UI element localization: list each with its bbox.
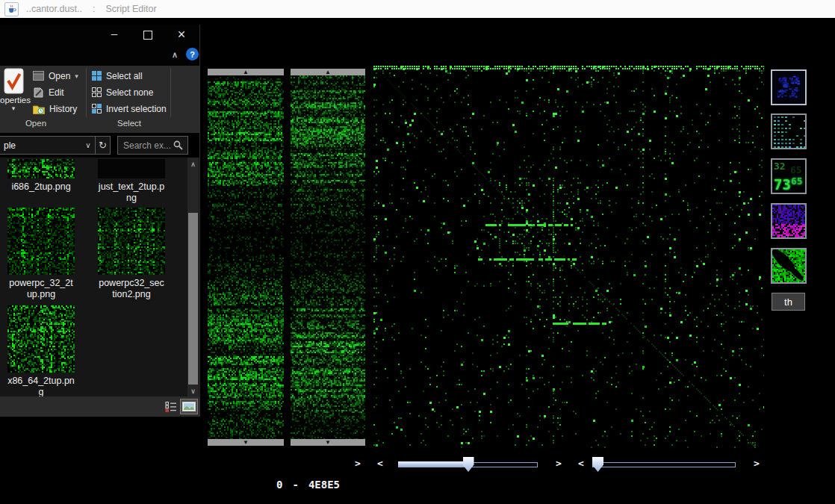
details-view-button[interactable] <box>164 399 179 414</box>
refresh-icon: ↻ <box>99 140 107 151</box>
strip1-canvas[interactable] <box>208 75 284 439</box>
address-bar[interactable]: ple ∨ ↻ <box>0 136 111 155</box>
select-none-label: Select none <box>106 87 153 98</box>
strip1-scroll-down-button[interactable]: ▼ <box>208 439 284 446</box>
slider-fill <box>398 461 468 467</box>
strip2-canvas[interactable] <box>291 75 365 439</box>
invert-selection-button[interactable]: Invert selection <box>92 102 167 115</box>
refresh-button[interactable]: ↻ <box>95 137 110 154</box>
view-button-hexdigits[interactable] <box>771 158 807 194</box>
file-item-just-text[interactable]: just_text_2tup.png <box>98 159 165 204</box>
details-view-icon <box>165 401 177 412</box>
minimize-button[interactable]: – <box>105 25 124 45</box>
select-none-button[interactable]: Select none <box>92 86 153 99</box>
properties-label: operties <box>0 96 27 105</box>
arrow-left-icon: < <box>578 458 584 469</box>
open-caret-icon: ▾ <box>75 72 78 80</box>
view-button-dotplot[interactable] <box>771 113 807 149</box>
close-button[interactable]: × <box>172 25 191 45</box>
search-icon <box>173 140 183 150</box>
strip2-scroll-up-button[interactable]: ▲ <box>291 69 365 75</box>
strip2-scroll-down-button[interactable]: ▼ <box>291 439 365 446</box>
address-dropdown-button[interactable]: ∨ <box>81 141 95 149</box>
offset-range-readout: 0-4E8E5 <box>276 479 340 491</box>
step-right-button-1[interactable]: > <box>352 458 364 471</box>
open-group-label: Open <box>6 119 66 131</box>
help-icon: ? <box>190 50 195 59</box>
address-row: ple ∨ ↻ Search ex... <box>0 133 199 158</box>
offset-slider-2[interactable] <box>592 456 736 473</box>
digraph-visualization[interactable] <box>373 66 764 448</box>
step-right-button-3[interactable]: > <box>751 458 763 471</box>
slider-track[interactable] <box>592 462 736 467</box>
file-thumbnail <box>7 159 75 178</box>
file-name: x86_64_2tup.png <box>7 376 75 396</box>
edit-button[interactable]: Edit <box>33 86 64 99</box>
file-name: powerpc_32_2tup.png <box>7 278 75 300</box>
explorer-statusbar <box>0 396 199 417</box>
file-item-powerpc32[interactable]: powerpc_32_2tup.png <box>7 208 75 300</box>
strip1-scroll-up-button[interactable]: ▲ <box>208 69 284 75</box>
select-all-button[interactable]: Select all <box>92 69 143 82</box>
view-button-curve[interactable] <box>771 248 807 284</box>
file-list-scrollbar[interactable]: ∧ ∨ <box>187 158 199 396</box>
scroll-down-icon[interactable]: ∨ <box>187 386 199 396</box>
view-button-structure[interactable] <box>771 69 807 105</box>
file-item-x86-64[interactable]: x86_64_2tup.png <box>7 305 75 396</box>
file-item-i686[interactable]: i686_2tup.png <box>7 159 75 193</box>
scroll-up-icon[interactable]: ∧ <box>187 159 199 169</box>
properties-button[interactable]: operties ▾ <box>0 68 27 112</box>
triangle-down-icon: ▼ <box>243 439 249 446</box>
slider-thumb[interactable] <box>592 457 603 472</box>
file-item-powerpc32-section2[interactable]: powerpc32_section2.png <box>98 208 165 300</box>
arrow-right-icon: > <box>556 458 562 469</box>
offset-start: 0 <box>276 479 282 491</box>
ribbon-help-row: ∧ ? <box>0 45 199 66</box>
structure-view-thumb <box>772 71 805 104</box>
open-label: Open <box>49 71 70 81</box>
address-value: ple <box>4 140 81 151</box>
triangle-up-icon: ▲ <box>243 69 249 75</box>
step-left-button-1[interactable]: < <box>374 458 386 471</box>
step-left-button-2[interactable]: < <box>575 458 587 471</box>
scrollbar-thumb[interactable] <box>188 213 198 385</box>
step-right-button-2[interactable]: > <box>553 458 565 471</box>
select-group-label: Select <box>92 119 167 131</box>
app-titlebar: ..cantor.dust.. : Script Editor <box>0 0 835 18</box>
invert-selection-label: Invert selection <box>106 104 167 114</box>
th-button[interactable]: th <box>772 293 805 311</box>
title-separator: : <box>93 4 95 14</box>
view-button-class[interactable] <box>771 203 807 239</box>
open-button[interactable]: Open ▾ <box>33 69 78 82</box>
file-thumbnail <box>98 159 165 178</box>
app-name: ..cantor.dust.. <box>26 4 82 14</box>
triangle-up-icon: ▲ <box>325 69 331 75</box>
slider-thumb[interactable] <box>463 457 474 472</box>
file-thumbnail <box>7 208 75 275</box>
maximize-button[interactable] <box>138 25 158 45</box>
history-button[interactable]: History <box>33 102 77 115</box>
file-name: i686_2tup.png <box>7 181 75 193</box>
byte-strip-view-2[interactable]: ▲ ▼ <box>291 69 365 446</box>
triangle-down-icon: ▼ <box>325 439 331 446</box>
file-explorer-window: – × ∧ ? operties ▾ <box>0 25 200 417</box>
range-dash: - <box>292 479 298 491</box>
maximize-icon <box>143 31 152 40</box>
open-icon <box>33 71 44 81</box>
byte-strip-view-1[interactable]: ▲ ▼ <box>208 69 284 446</box>
search-input[interactable]: Search ex... <box>117 136 188 155</box>
chevron-down-icon: ∨ <box>85 141 90 149</box>
offset-slider-1[interactable] <box>398 456 538 473</box>
select-all-label: Select all <box>106 71 143 81</box>
arrow-right-icon: > <box>355 458 361 469</box>
select-all-icon <box>92 71 102 81</box>
select-none-icon <box>92 87 102 97</box>
th-button-label: th <box>784 296 792 308</box>
collapse-ribbon-button[interactable]: ∧ <box>169 50 181 60</box>
thumbnail-view-button[interactable] <box>180 399 198 414</box>
history-icon <box>33 104 45 114</box>
ribbon: operties ▾ Open ▾ Edit Histor <box>0 66 199 133</box>
file-name: powerpc32_section2.png <box>98 278 165 300</box>
help-button[interactable]: ? <box>186 48 199 60</box>
java-app-icon <box>4 2 19 16</box>
